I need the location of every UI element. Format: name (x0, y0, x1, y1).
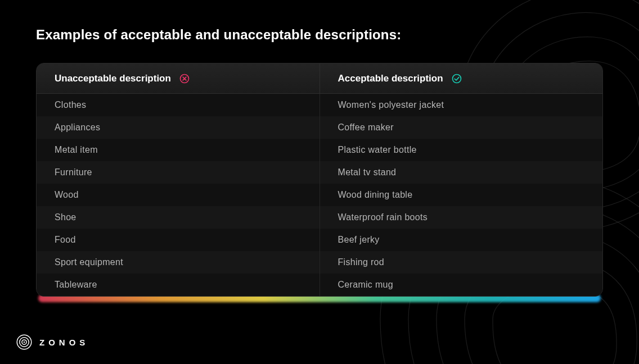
cell-acceptable: Plastic water bottle (320, 139, 603, 161)
cell-unacceptable: Food (37, 229, 320, 251)
table-row: ShoeWaterproof rain boots (37, 206, 602, 229)
header-unacceptable-label: Unacceptable description (55, 73, 171, 84)
cell-acceptable: Ceramic mug (320, 274, 603, 296)
check-circle-icon (451, 73, 462, 84)
cell-unacceptable: Wood (37, 184, 320, 206)
x-circle-icon (179, 73, 190, 84)
brand-logo: ZONOS (16, 334, 89, 351)
cell-unacceptable: Metal item (37, 139, 320, 161)
brand-mark-icon (16, 334, 33, 351)
cell-acceptable: Waterproof rain boots (320, 206, 603, 229)
table-row: ClothesWomen's polyester jacket (37, 94, 602, 116)
brand-name: ZONOS (39, 338, 89, 347)
table-row: Sport equipmentFishing rod (37, 251, 602, 274)
cell-acceptable: Wood dining table (320, 184, 603, 206)
table-row: Metal itemPlastic water bottle (37, 139, 602, 161)
cell-acceptable: Women's polyester jacket (320, 94, 603, 116)
cell-acceptable: Beef jerky (320, 229, 603, 251)
table-header-row: Unacceptable description Acceptable desc… (37, 63, 602, 94)
cell-acceptable: Coffee maker (320, 116, 603, 139)
table-row: TablewareCeramic mug (37, 274, 602, 296)
header-acceptable-label: Acceptable description (338, 73, 443, 84)
cell-unacceptable: Tableware (37, 274, 320, 296)
table-row: WoodWood dining table (37, 184, 602, 206)
svg-point-5 (24, 342, 25, 343)
cell-unacceptable: Sport equipment (37, 251, 320, 274)
page-title: Examples of acceptable and unacceptable … (36, 27, 603, 43)
cell-acceptable: Fishing rod (320, 251, 603, 274)
cell-unacceptable: Shoe (37, 206, 320, 229)
cell-acceptable: Metal tv stand (320, 161, 603, 184)
cell-unacceptable: Furniture (37, 161, 320, 184)
cell-unacceptable: Clothes (37, 94, 320, 116)
table-body: ClothesWomen's polyester jacketAppliance… (37, 94, 602, 296)
table-row: FurnitureMetal tv stand (37, 161, 602, 184)
table-row: FoodBeef jerky (37, 229, 602, 251)
descriptions-table-card: Unacceptable description Acceptable desc… (36, 63, 603, 302)
cell-unacceptable: Appliances (37, 116, 320, 139)
table-row: AppliancesCoffee maker (37, 116, 602, 139)
svg-point-1 (452, 74, 461, 83)
